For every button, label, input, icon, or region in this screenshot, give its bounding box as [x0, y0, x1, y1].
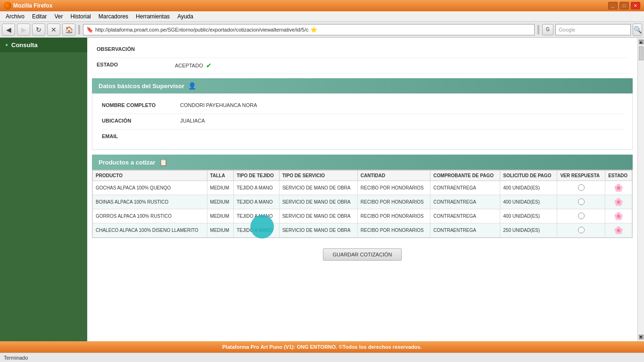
observacion-value [172, 45, 628, 55]
products-table-container: PRODUCTO TALLA TIPO DE TEJIDO TIPO DE SE… [92, 170, 633, 238]
observacion-row: OBSERVACIÓN [97, 42, 628, 58]
estado-label: ESTADO [97, 61, 172, 67]
radio-button-4[interactable] [578, 227, 585, 233]
search-bar[interactable]: Google [555, 24, 631, 35]
sidebar-bullet: ✦ [5, 42, 8, 48]
cell-producto-4: CHALECO ALPACA 100% DISENO LLAMERITO [93, 223, 207, 238]
email-value [177, 132, 623, 142]
menu-ver[interactable]: Ver [50, 12, 66, 21]
col-solicitud: SOLICITUD DE PAGO [500, 171, 557, 181]
cell-cantidad-4: RECIBO POR HONORARIOS [357, 223, 430, 238]
radio-button-1[interactable] [578, 184, 585, 191]
action-icon-3[interactable]: 🌸 [614, 212, 623, 220]
col-cantidad: CANTIDAD [357, 171, 430, 181]
cell-radio-4[interactable] [557, 223, 605, 238]
menu-historial[interactable]: Historial [66, 12, 94, 21]
products-table: PRODUCTO TALLA TIPO DE TEJIDO TIPO DE SE… [92, 170, 632, 238]
cell-radio-1[interactable] [557, 181, 605, 195]
cell-estado-4[interactable]: 🌸 [605, 223, 632, 238]
cell-radio-3[interactable] [557, 209, 605, 223]
cell-solicitud-4: 250 UNIDAD(ES) [500, 223, 557, 238]
bottom-text: Terminado [4, 355, 28, 361]
cell-talla-3: MEDIUM [207, 209, 233, 223]
firefox-icon [4, 2, 11, 9]
menu-bar: Archivo Editar Ver Historial Marcadores … [0, 11, 644, 22]
supervisor-title: Datos básicos del Supervisor [99, 82, 184, 90]
menu-ayuda[interactable]: Ayuda [173, 12, 197, 21]
table-row: GORROS ALPACA 100% RUSTICO MEDIUM TEJIDO… [93, 209, 632, 223]
refresh-button[interactable]: ↻ [32, 24, 45, 36]
ubicacion-row: UBICACIÓN JUALIACA [102, 114, 623, 130]
save-btn-container: GUARDAR COTIZACIÓN [87, 243, 637, 266]
status-text: Plataforma Pro Art Puno (V1): ONG ENTORN… [223, 344, 422, 350]
cell-estado-2[interactable]: 🌸 [605, 195, 632, 209]
scroll-up-button[interactable]: ▲ [639, 40, 644, 44]
table-header-row: PRODUCTO TALLA TIPO DE TEJIDO TIPO DE SE… [93, 171, 632, 181]
cell-servicio-2: SERVICIO DE MANO DE OBRA [279, 195, 357, 209]
cell-comprobante-2: CONTRAENTREGA [430, 195, 500, 209]
cell-cantidad-2: RECIBO POR HONORARIOS [357, 195, 430, 209]
radio-button-2[interactable] [578, 198, 585, 205]
cell-talla-1: MEDIUM [207, 181, 233, 195]
col-comprobante: COMPROBANTE DE PAGO [430, 171, 500, 181]
menu-editar[interactable]: Editar [28, 12, 50, 21]
title-bar-text: Mozilla Firefox [13, 2, 52, 9]
action-icon-2[interactable]: 🌸 [614, 198, 623, 206]
menu-herramientas[interactable]: Herramientas [132, 12, 173, 21]
nav-bar: ◀ ▶ ↻ ✕ 🏠 🔖 http://plataforma.proart.com… [0, 22, 644, 38]
ubicacion-label: UBICACIÓN [102, 117, 177, 123]
cell-servicio-1: SERVICIO DE MANO DE OBRA [279, 181, 357, 195]
stop-button[interactable]: ✕ [47, 24, 60, 36]
col-producto: PRODUCTO [93, 171, 207, 181]
address-bar[interactable]: 🔖 http://plataforma.proart.com.pe/SGEnto… [83, 24, 535, 35]
search-placeholder: Google [559, 27, 575, 33]
cell-cantidad-3: RECIBO POR HONORARIOS [357, 209, 430, 223]
scroll-down-button[interactable]: ▼ [639, 335, 644, 339]
back-button[interactable]: ◀ [2, 24, 15, 36]
cell-comprobante-1: CONTRAENTREGA [430, 181, 500, 195]
action-icon-4[interactable]: 🌸 [614, 226, 623, 234]
close-button[interactable]: ✕ [631, 2, 640, 9]
cell-cantidad-1: RECIBO POR HONORARIOS [357, 181, 430, 195]
radio-button-3[interactable] [578, 213, 585, 219]
cell-servicio-4: SERVICIO DE MANO DE OBRA [279, 223, 357, 238]
sidebar-header-text: Consulta [11, 41, 38, 49]
cell-tejido-2: TEJIDO A MANO [233, 195, 279, 209]
search-button[interactable]: 🔍 [633, 24, 642, 36]
estado-value: ACEPTADO ✔ [172, 61, 628, 70]
cell-estado-1[interactable]: 🌸 [605, 181, 632, 195]
products-icon: 📋 [159, 158, 167, 166]
supervisor-form: NOMBRE COMPLETO CONDORI PAYEHUANCA NORA … [92, 93, 633, 150]
cell-estado-3[interactable]: 🌸 [605, 209, 632, 223]
estado-row: ESTADO ACEPTADO ✔ [97, 58, 628, 74]
supervisor-icon: 👤 [188, 82, 196, 90]
col-estado: ESTADO [605, 171, 632, 181]
cell-comprobante-3: CONTRAENTREGA [430, 209, 500, 223]
email-row: EMAIL [102, 130, 623, 145]
save-button[interactable]: GUARDAR COTIZACIÓN [323, 248, 402, 261]
col-ver-respuesta: VER RESPUESTA [557, 171, 605, 181]
cell-radio-2[interactable] [557, 195, 605, 209]
scroll-thumb[interactable] [639, 46, 644, 60]
cell-servicio-3: SERVICIO DE MANO DE OBRA [279, 209, 357, 223]
nombre-label: NOMBRE COMPLETO [102, 101, 177, 108]
bottom-bar: Terminado [0, 353, 644, 362]
maximize-button[interactable]: □ [619, 2, 629, 9]
col-tipo-tejido: TIPO DE TEJIDO [233, 171, 279, 181]
col-talla: TALLA [207, 171, 233, 181]
menu-marcadores[interactable]: Marcadores [95, 12, 132, 21]
observacion-label: OBSERVACIÓN [97, 45, 172, 52]
cell-tejido-1: TEJIDO A MANO [233, 181, 279, 195]
title-bar-controls: _ □ ✕ [608, 2, 640, 9]
action-icon-1[interactable]: 🌸 [614, 184, 623, 192]
menu-archivo[interactable]: Archivo [2, 12, 28, 21]
table-row: BOINAS ALPACA 100% RUSTICO MEDIUM TEJIDO… [93, 195, 632, 209]
email-label: EMAIL [102, 132, 177, 139]
check-icon: ✔ [206, 62, 212, 69]
title-bar: Mozilla Firefox _ □ ✕ [0, 0, 644, 11]
cell-talla-4: MEDIUM [207, 223, 233, 238]
minimize-button[interactable]: _ [608, 2, 618, 9]
forward-button[interactable]: ▶ [17, 24, 30, 36]
home-button[interactable]: 🏠 [62, 24, 75, 36]
scrollbar[interactable]: ▲ ▼ [637, 38, 644, 341]
